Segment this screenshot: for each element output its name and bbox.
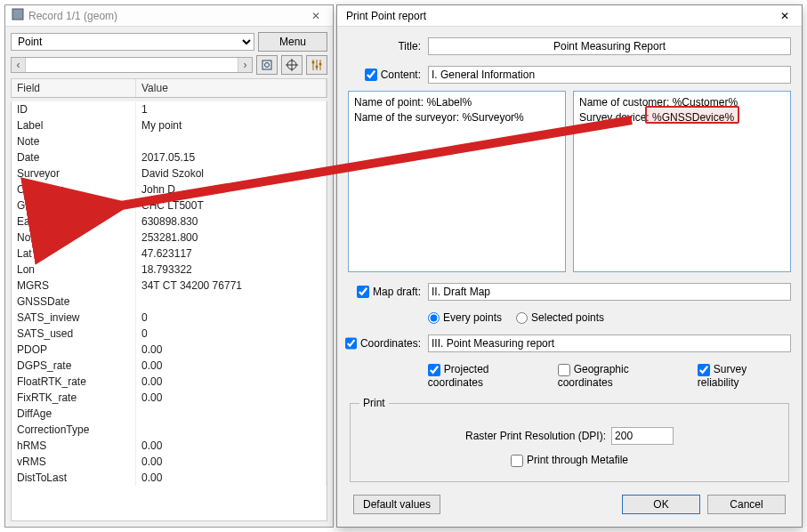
table-row[interactable]: CustomerJohn D (12, 181, 327, 197)
field-cell: SATS_inview (12, 310, 136, 326)
value-cell (136, 133, 327, 149)
table-row[interactable]: DGPS_rate0.00 (12, 358, 327, 374)
record-titlebar: Record 1/1 (geom) ✕ (5, 5, 333, 27)
coordinates-check[interactable] (345, 337, 357, 350)
table-row[interactable]: Easting630898.830 (12, 214, 327, 230)
table-row[interactable]: Northing253281.800 (12, 230, 327, 246)
value-cell: 0.00 (136, 470, 327, 486)
field-cell: Northing (12, 230, 136, 246)
zoom-feature-icon[interactable] (256, 55, 278, 75)
value-cell: 34T CT 34200 76771 (136, 278, 327, 294)
value-cell: 0.00 (136, 438, 327, 454)
content-input[interactable] (428, 66, 791, 84)
table-row[interactable]: CorrectionType (12, 422, 327, 438)
table-row[interactable]: MGRS34T CT 34200 76771 (12, 278, 327, 294)
ok-button[interactable]: OK (622, 495, 700, 514)
chevron-left-icon[interactable]: ‹ (12, 58, 26, 72)
field-cell: DistToLast (12, 470, 136, 486)
dialog-title: Print Point report (343, 10, 773, 22)
menu-button[interactable]: Menu (258, 32, 327, 52)
table-row[interactable]: Date2017.05.15 (12, 149, 327, 165)
defaults-button[interactable]: Default values (353, 495, 440, 514)
value-cell (136, 422, 327, 438)
table-row[interactable]: hRMS0.00 (12, 438, 327, 454)
field-cell: hRMS (12, 438, 136, 454)
dialog-titlebar: Print Point report ✕ (337, 5, 802, 27)
field-cell: FixRTK_rate (12, 390, 136, 406)
value-cell: 0 (136, 310, 327, 326)
print-fieldset: Print Raster Print Resolution (DPI): Pri… (350, 403, 789, 482)
value-cell: 47.623117 (136, 246, 327, 262)
svg-point-2 (265, 63, 270, 68)
table-row[interactable]: FixRTK_rate0.00 (12, 390, 327, 406)
customer-template-line: Name of customer: %Customer% (579, 95, 785, 110)
table-row[interactable]: DiffAge (12, 406, 327, 422)
field-cell: Customer (12, 181, 136, 197)
dpi-input[interactable] (611, 427, 674, 445)
value-cell: 18.793322 (136, 262, 327, 278)
table-row[interactable]: DistToLast0.00 (12, 470, 327, 486)
svg-rect-0 (12, 9, 23, 20)
field-cell: vRMS (12, 454, 136, 470)
svg-point-9 (312, 61, 315, 64)
title-input[interactable] (428, 37, 791, 55)
close-icon[interactable]: ✕ (773, 10, 796, 22)
target-icon[interactable] (281, 55, 303, 75)
table-row[interactable]: Note (12, 133, 327, 149)
table-row[interactable]: FloatRTK_rate0.00 (12, 374, 327, 390)
table-row[interactable]: SurveyorDavid Szokol (12, 165, 327, 181)
field-cell: DGPS_rate (12, 358, 136, 374)
content-label: Content: (381, 69, 421, 81)
right-template-pane[interactable]: Name of customer: %Customer% Survey devi… (573, 91, 791, 272)
field-cell: FloatRTK_rate (12, 374, 136, 390)
geom-type-select[interactable]: Point (11, 33, 254, 51)
content-check[interactable] (365, 69, 377, 81)
field-cell: GNSSDevice (12, 197, 136, 214)
value-cell (136, 406, 327, 422)
left-template-pane[interactable]: Name of point: %Label% Name of the surve… (348, 91, 566, 272)
close-icon[interactable]: ✕ (304, 10, 327, 22)
coordinates-input[interactable] (428, 335, 791, 352)
metafile-check[interactable]: Print through Metafile (511, 454, 628, 467)
table-row[interactable]: LabelMy point (12, 117, 327, 133)
dpi-label: Raster Print Resolution (DPI): (465, 430, 611, 442)
table-row[interactable]: GNSSDate (12, 294, 327, 310)
field-cell: Lon (12, 262, 136, 278)
record-scroller[interactable]: ‹ › (11, 57, 253, 73)
mapdraft-input[interactable] (428, 283, 791, 301)
field-cell: Surveyor (12, 165, 136, 181)
field-cell: ID (12, 101, 136, 117)
mapdraft-check[interactable] (357, 286, 369, 298)
value-cell: My point (136, 117, 327, 133)
reliability-check[interactable]: Survey reliability (698, 363, 791, 389)
value-cell: 0.00 (136, 390, 327, 406)
chevron-right-icon[interactable]: › (238, 58, 252, 72)
table-row[interactable]: SATS_inview0 (12, 310, 327, 326)
table-row[interactable]: vRMS0.00 (12, 454, 327, 470)
svg-rect-1 (262, 60, 271, 69)
field-cell: MGRS (12, 278, 136, 294)
record-table-body[interactable]: ID1LabelMy pointNoteDate2017.05.15Survey… (11, 101, 327, 521)
title-label: Title: (348, 40, 428, 52)
value-cell: 0 (136, 326, 327, 342)
table-row[interactable]: Lat47.623117 (12, 246, 327, 262)
table-row[interactable]: SATS_used0 (12, 326, 327, 342)
svg-point-11 (319, 63, 322, 66)
field-cell: Lat (12, 246, 136, 262)
table-row[interactable]: Lon18.793322 (12, 262, 327, 278)
value-cell: David Szokol (136, 165, 327, 181)
svg-point-10 (316, 66, 319, 69)
value-cell: 253281.800 (136, 230, 327, 246)
every-points-radio[interactable]: Every points (428, 311, 502, 324)
selected-points-radio[interactable]: Selected points (516, 311, 604, 324)
tune-icon[interactable] (306, 55, 327, 75)
record-window: Record 1/1 (geom) ✕ Point Menu ‹ › (4, 4, 334, 528)
projected-check[interactable]: Projected coordinates (428, 363, 547, 389)
table-row[interactable]: PDOP0.00 (12, 342, 327, 358)
table-row[interactable]: GNSSDeviceCHC LT500T (12, 197, 327, 214)
value-cell: 0.00 (136, 358, 327, 374)
value-cell: 0.00 (136, 342, 327, 358)
cancel-button[interactable]: Cancel (707, 495, 786, 514)
geographic-check[interactable]: Geographic coordinates (558, 363, 687, 389)
table-row[interactable]: ID1 (12, 101, 327, 117)
